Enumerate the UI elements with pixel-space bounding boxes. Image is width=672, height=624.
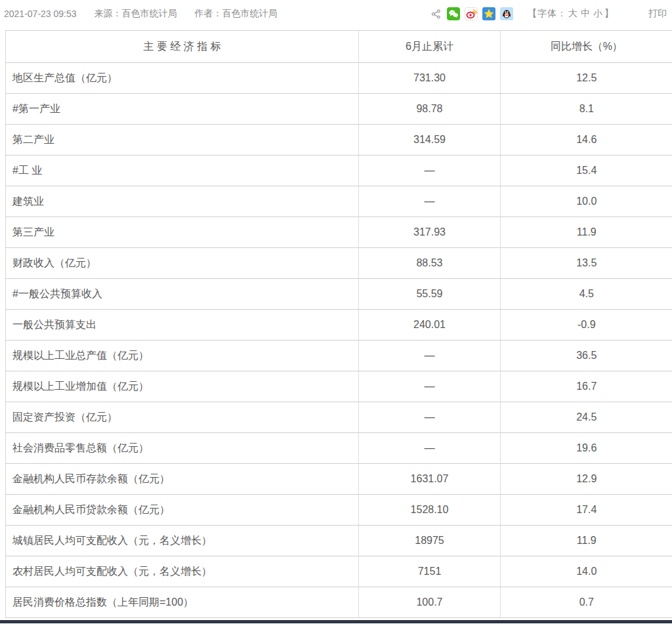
indicator-cell: 金融机构人民币贷款余额（亿元） bbox=[6, 495, 359, 526]
growth-cell: 15.4 bbox=[501, 156, 672, 186]
table-row: 固定资产投资（亿元） — 24.5 bbox=[6, 402, 672, 433]
table-row: 第三产业 317.93 11.9 bbox=[6, 217, 672, 248]
growth-cell: 11.9 bbox=[501, 526, 672, 556]
source-label: 来源：百色市统计局 bbox=[94, 8, 177, 20]
value-cell: 98.78 bbox=[359, 94, 501, 125]
wechat-icon[interactable] bbox=[447, 7, 460, 20]
growth-cell: 14.6 bbox=[501, 125, 672, 156]
font-size-suffix: 】 bbox=[604, 8, 614, 18]
growth-cell: 36.5 bbox=[501, 341, 672, 371]
value-cell: 240.01 bbox=[359, 310, 501, 341]
indicator-cell: 金融机构人民币存款余额（亿元） bbox=[6, 464, 359, 495]
table-row: 规模以上工业增加值（亿元） — 16.7 bbox=[6, 371, 672, 402]
font-size-medium-button[interactable]: 中 bbox=[581, 8, 591, 18]
table-row: #工 业 — 15.4 bbox=[6, 156, 672, 186]
value-cell: 55.59 bbox=[359, 279, 501, 310]
table-row: 规模以上工业总产值（亿元） — 36.5 bbox=[6, 341, 672, 371]
font-size-small-button[interactable]: 小 bbox=[593, 8, 603, 18]
table-row: 财政收入（亿元） 88.53 13.5 bbox=[6, 248, 672, 279]
meta-right: 【字体：大中小】 打印 bbox=[429, 7, 668, 20]
growth-cell: -0.9 bbox=[501, 310, 672, 341]
indicator-cell: 规模以上工业总产值（亿元） bbox=[6, 341, 359, 371]
growth-cell: 24.5 bbox=[501, 402, 672, 433]
value-cell: 317.93 bbox=[359, 217, 501, 248]
growth-cell: 13.5 bbox=[501, 248, 672, 279]
print-button[interactable]: 打印 bbox=[648, 8, 667, 20]
table-header-row: 主 要 经 济 指 标 6月止累计 同比增长（%） bbox=[6, 31, 672, 63]
weibo-icon[interactable] bbox=[465, 7, 478, 20]
indicator-cell: 居民消费价格总指数（上年同期=100） bbox=[6, 587, 359, 618]
value-cell: 314.59 bbox=[359, 125, 501, 156]
growth-cell: 10.0 bbox=[501, 186, 672, 217]
table-row: 金融机构人民币存款余额（亿元） 1631.07 12.9 bbox=[6, 464, 672, 495]
value-cell: 1631.07 bbox=[359, 464, 501, 495]
growth-cell: 12.9 bbox=[501, 464, 672, 495]
indicator-cell: 建筑业 bbox=[6, 186, 359, 217]
article-page: 2021-07-23 09:53 来源：百色市统计局 作者：百色市统计局 bbox=[0, 0, 672, 624]
table-row: 社会消费品零售总额（亿元） — 19.6 bbox=[6, 433, 672, 464]
table-row: #第一产业 98.78 8.1 bbox=[6, 94, 672, 125]
economic-indicators-table: 主 要 经 济 指 标 6月止累计 同比增长（%） 地区生产总值（亿元） 731… bbox=[5, 30, 672, 618]
share-group bbox=[429, 7, 513, 20]
value-cell: 100.7 bbox=[359, 587, 501, 618]
font-size-large-button[interactable]: 大 bbox=[568, 8, 578, 18]
author-label: 作者：百色市统计局 bbox=[195, 8, 278, 20]
table-row: 一般公共预算支出 240.01 -0.9 bbox=[6, 310, 672, 341]
value-cell: — bbox=[359, 371, 501, 402]
share-icon[interactable] bbox=[429, 7, 442, 20]
indicator-cell: 规模以上工业增加值（亿元） bbox=[6, 371, 359, 402]
table-row: 地区生产总值（亿元） 731.30 12.5 bbox=[6, 63, 672, 94]
value-cell: 7151 bbox=[359, 556, 501, 587]
indicator-cell: #工 业 bbox=[6, 156, 359, 186]
growth-cell: 12.5 bbox=[501, 63, 672, 94]
indicator-cell: 农村居民人均可支配收入（元，名义增长） bbox=[6, 556, 359, 587]
indicator-cell: #第一产业 bbox=[6, 94, 359, 125]
value-cell: 1528.10 bbox=[359, 495, 501, 526]
table-row: 建筑业 — 10.0 bbox=[6, 186, 672, 217]
growth-cell: 8.1 bbox=[501, 94, 672, 125]
header-growth: 同比增长（%） bbox=[501, 31, 672, 63]
growth-cell: 14.0 bbox=[501, 556, 672, 587]
table-row: #一般公共预算收入 55.59 4.5 bbox=[6, 279, 672, 310]
indicator-cell: 一般公共预算支出 bbox=[6, 310, 359, 341]
publish-datetime: 2021-07-23 09:53 bbox=[4, 9, 77, 19]
qq-icon[interactable] bbox=[500, 7, 513, 20]
article-meta-bar: 2021-07-23 09:53 来源：百色市统计局 作者：百色市统计局 bbox=[0, 0, 672, 30]
value-cell: 88.53 bbox=[359, 248, 501, 279]
indicator-cell: #一般公共预算收入 bbox=[6, 279, 359, 310]
qzone-icon[interactable] bbox=[482, 7, 495, 20]
growth-cell: 0.7 bbox=[501, 587, 672, 618]
value-cell: — bbox=[359, 402, 501, 433]
value-cell: 731.30 bbox=[359, 63, 501, 94]
font-size-control: 【字体：大中小】 bbox=[528, 8, 614, 20]
table-row: 金融机构人民币贷款余额（亿元） 1528.10 17.4 bbox=[6, 495, 672, 526]
value-cell: — bbox=[359, 341, 501, 371]
indicator-cell: 财政收入（亿元） bbox=[6, 248, 359, 279]
indicator-cell: 城镇居民人均可支配收入（元，名义增长） bbox=[6, 526, 359, 556]
table-row: 城镇居民人均可支配收入（元，名义增长） 18975 11.9 bbox=[6, 526, 672, 556]
header-cumulative: 6月止累计 bbox=[359, 31, 501, 63]
value-cell: — bbox=[359, 433, 501, 464]
growth-cell: 17.4 bbox=[501, 495, 672, 526]
table-row: 农村居民人均可支配收入（元，名义增长） 7151 14.0 bbox=[6, 556, 672, 587]
header-indicator: 主 要 经 济 指 标 bbox=[6, 31, 359, 63]
growth-cell: 16.7 bbox=[501, 371, 672, 402]
value-cell: — bbox=[359, 156, 501, 186]
font-size-prefix: 【字体： bbox=[528, 8, 567, 18]
value-cell: 18975 bbox=[359, 526, 501, 556]
indicator-cell: 固定资产投资（亿元） bbox=[6, 402, 359, 433]
table-row: 居民消费价格总指数（上年同期=100） 100.7 0.7 bbox=[6, 587, 672, 618]
indicator-cell: 社会消费品零售总额（亿元） bbox=[6, 433, 359, 464]
table-row: 第二产业 314.59 14.6 bbox=[6, 125, 672, 156]
growth-cell: 11.9 bbox=[501, 217, 672, 248]
indicator-cell: 地区生产总值（亿元） bbox=[6, 63, 359, 94]
indicator-cell: 第三产业 bbox=[6, 217, 359, 248]
page-bottom-divider bbox=[0, 620, 672, 623]
growth-cell: 19.6 bbox=[501, 433, 672, 464]
indicator-cell: 第二产业 bbox=[6, 125, 359, 156]
meta-left: 2021-07-23 09:53 来源：百色市统计局 作者：百色市统计局 bbox=[4, 8, 278, 20]
growth-cell: 4.5 bbox=[501, 279, 672, 310]
value-cell: — bbox=[359, 186, 501, 217]
